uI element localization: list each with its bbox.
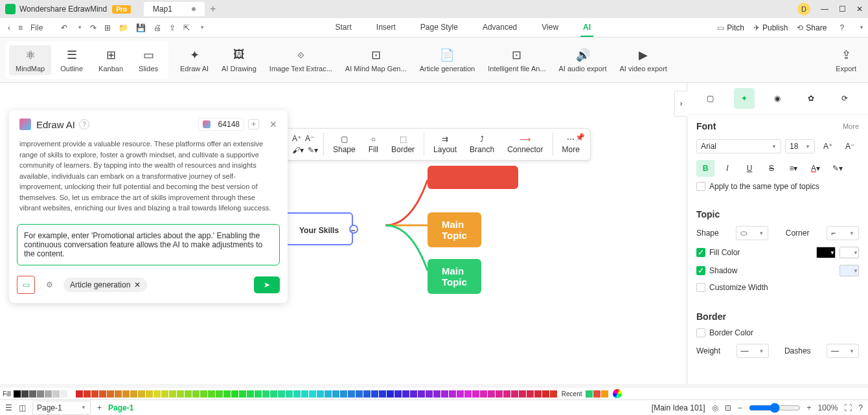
color-swatch[interactable] bbox=[76, 390, 83, 398]
zoom-in-icon[interactable]: + bbox=[807, 403, 812, 412]
color-swatch[interactable] bbox=[107, 390, 114, 398]
export-icon[interactable]: ⇪ bbox=[165, 21, 179, 35]
file-menu[interactable]: File bbox=[27, 21, 47, 35]
color-swatch[interactable] bbox=[519, 390, 526, 398]
border-button[interactable]: ⬚Border bbox=[387, 135, 418, 154]
color-swatch[interactable] bbox=[262, 390, 269, 398]
tab-start[interactable]: Start bbox=[332, 19, 354, 37]
color-swatch[interactable] bbox=[192, 390, 200, 398]
color-swatch[interactable] bbox=[301, 390, 308, 398]
color-swatch[interactable] bbox=[177, 390, 184, 398]
paint-icon[interactable]: 🖌▾ bbox=[292, 146, 304, 155]
color-swatch[interactable] bbox=[208, 390, 215, 398]
ai-edraw[interactable]: ✦Edraw AI bbox=[174, 45, 215, 75]
target-icon[interactable]: ◎ bbox=[712, 403, 718, 412]
panel-tab-style[interactable]: ▢ bbox=[700, 88, 721, 109]
ai-article[interactable]: 📄Article generation bbox=[413, 45, 482, 75]
color-swatch[interactable] bbox=[223, 390, 231, 398]
border-color-checkbox[interactable] bbox=[696, 328, 705, 337]
color-swatch[interactable] bbox=[348, 390, 355, 398]
font-smaller-icon[interactable]: A⁻ bbox=[841, 138, 859, 155]
color-swatch[interactable] bbox=[99, 390, 106, 398]
dashes-select[interactable]: —▼ bbox=[827, 344, 859, 358]
tab-insert[interactable]: Insert bbox=[374, 19, 398, 37]
tab-page-style[interactable]: Page Style bbox=[418, 19, 461, 37]
fill-color-1[interactable]: ▼ bbox=[816, 247, 836, 258]
branch-button[interactable]: ⤴Branch bbox=[466, 135, 498, 154]
new-icon[interactable]: ⊞ bbox=[100, 21, 115, 35]
ai-help-icon[interactable]: ? bbox=[79, 119, 89, 129]
view-slides[interactable]: ▭Slides bbox=[132, 45, 165, 75]
ai-drawing[interactable]: 🖼AI Drawing bbox=[215, 45, 263, 75]
color-swatch[interactable] bbox=[527, 390, 534, 398]
panel-toggle-icon[interactable]: ◫ bbox=[19, 403, 26, 412]
color-swatch[interactable] bbox=[91, 390, 98, 398]
color-swatch[interactable] bbox=[247, 390, 254, 398]
font-family-select[interactable]: Arial▼ bbox=[696, 139, 781, 153]
recent-swatch[interactable] bbox=[593, 390, 600, 398]
redo-icon[interactable]: ↷ bbox=[86, 21, 100, 35]
expand-handle[interactable]: − bbox=[349, 225, 358, 234]
color-swatch[interactable] bbox=[45, 390, 52, 398]
strike-button[interactable]: S bbox=[762, 160, 781, 177]
color-swatch[interactable] bbox=[122, 390, 130, 398]
color-swatch[interactable] bbox=[503, 390, 510, 398]
pin-icon[interactable]: 📌 bbox=[575, 133, 585, 142]
panel-tab-icon[interactable]: ✿ bbox=[801, 88, 821, 109]
panel-tab-tag[interactable]: ◉ bbox=[767, 88, 788, 109]
color-swatch[interactable] bbox=[21, 390, 29, 398]
fullscreen-icon[interactable]: ⛶ bbox=[844, 403, 852, 412]
color-swatch[interactable] bbox=[169, 390, 176, 398]
customize-width-checkbox[interactable] bbox=[696, 283, 705, 292]
ai-mode-tag[interactable]: Article generation✕ bbox=[63, 278, 147, 292]
page-select[interactable]: Page-1▼ bbox=[32, 401, 91, 415]
color-swatch[interactable] bbox=[394, 390, 402, 398]
color-swatch[interactable] bbox=[371, 390, 378, 398]
font-bigger-icon[interactable]: A⁺ bbox=[819, 138, 837, 155]
color-swatch[interactable] bbox=[542, 390, 549, 398]
color-swatch[interactable] bbox=[154, 390, 161, 398]
color-swatch[interactable] bbox=[138, 390, 145, 398]
ai-close-icon[interactable]: ✕ bbox=[269, 119, 277, 129]
help-icon[interactable]: ? bbox=[836, 21, 848, 35]
color-swatch[interactable] bbox=[239, 390, 246, 398]
color-swatch[interactable] bbox=[441, 390, 448, 398]
zoom-slider[interactable] bbox=[749, 403, 801, 413]
color-swatch[interactable] bbox=[511, 390, 518, 398]
hamburger-icon[interactable]: ≡ bbox=[14, 21, 27, 35]
color-swatch[interactable] bbox=[130, 390, 137, 398]
main-topic-3[interactable]: Main Topic bbox=[428, 259, 481, 294]
font-increase-icon[interactable]: A⁺ bbox=[292, 134, 301, 143]
color-swatch[interactable] bbox=[340, 390, 347, 398]
color-swatch[interactable] bbox=[363, 390, 371, 398]
align-button[interactable]: ≡▾ bbox=[784, 160, 803, 177]
central-topic[interactable]: Your Skills − bbox=[285, 212, 353, 245]
ai-image-text[interactable]: ⟐Image Text Extrac... bbox=[263, 45, 339, 75]
color-swatch[interactable] bbox=[457, 390, 464, 398]
fit-icon[interactable]: ⊡ bbox=[725, 403, 731, 412]
color-swatch[interactable] bbox=[37, 390, 44, 398]
corner-select[interactable]: ⌐▼ bbox=[827, 226, 859, 240]
fill-color-checkbox[interactable]: ✓ bbox=[696, 248, 705, 257]
tab-advanced[interactable]: Advanced bbox=[480, 19, 520, 37]
ai-file-analysis[interactable]: ⊡Intelligent file An... bbox=[481, 45, 552, 75]
more-dropdown[interactable]: ▼ bbox=[196, 22, 209, 33]
italic-button[interactable]: I bbox=[718, 160, 737, 177]
maximize-icon[interactable]: ☐ bbox=[839, 5, 846, 14]
help-status-icon[interactable]: ? bbox=[858, 403, 863, 412]
help-dropdown[interactable]: ▼ bbox=[859, 25, 864, 30]
tag-remove-icon[interactable]: ✕ bbox=[134, 280, 141, 289]
color-swatch[interactable] bbox=[410, 390, 417, 398]
view-outline[interactable]: ☰Outline bbox=[54, 45, 89, 75]
back-icon[interactable]: ‹ bbox=[4, 21, 14, 35]
color-swatch[interactable] bbox=[185, 390, 192, 398]
color-swatch[interactable] bbox=[426, 390, 433, 398]
color-swatch[interactable] bbox=[402, 390, 409, 398]
user-avatar[interactable]: D bbox=[797, 3, 810, 16]
ai-audio-export[interactable]: 🔊AI audio export bbox=[553, 45, 613, 75]
color-swatch[interactable] bbox=[480, 390, 487, 398]
tab-view[interactable]: View bbox=[539, 19, 561, 37]
color-swatch[interactable] bbox=[293, 390, 301, 398]
color-swatch[interactable] bbox=[433, 390, 440, 398]
active-page-tab[interactable]: Page-1 bbox=[108, 403, 133, 412]
